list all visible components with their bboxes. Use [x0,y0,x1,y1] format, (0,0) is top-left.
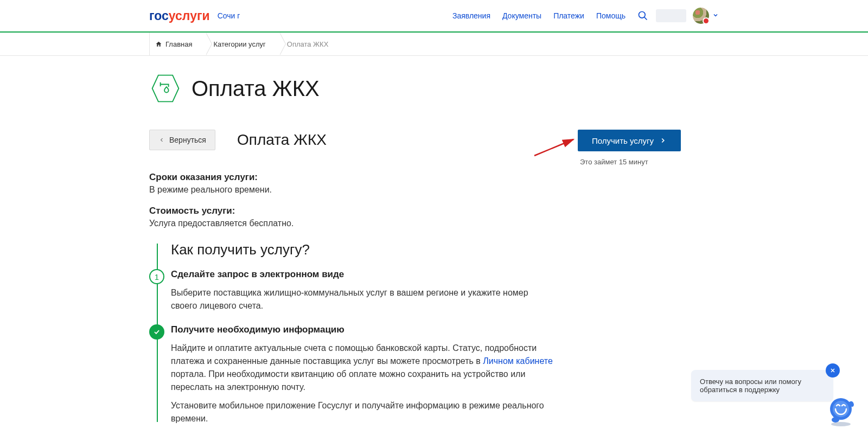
service-cost-value: Услуга предоставляется бесплатно. [149,219,556,228]
chat-close-button[interactable] [826,363,840,378]
service-duration-label: Сроки оказания услуги: [149,172,556,183]
chat-tooltip-text: Отвечу на вопросы или помогу обратиться … [700,378,801,394]
svg-point-10 [832,417,839,423]
steps-heading: Как получить услугу? [171,241,556,258]
service-cost-label: Стоимость услуги: [149,206,556,216]
breadcrumb-bar: Главная Категории услуг Оплата ЖКХ [0,33,868,56]
step-2-body: Найдите и оплатите актуальные счета с по… [171,342,556,394]
personal-account-link[interactable]: Личном кабинете [483,356,553,366]
nav-help[interactable]: Помощь [596,11,626,20]
breadcrumb-home-label: Главная [165,40,192,48]
back-button-label: Вернуться [169,136,206,144]
step-2-body-2: Установите мобильное приложение Госуслуг… [171,399,556,425]
nav-payments[interactable]: Платежи [553,11,584,20]
header: госуслуги Сочи г Заявления Документы Пла… [149,0,719,31]
service-cost: Стоимость услуги: Услуга предоставляется… [149,206,556,228]
breadcrumb-current-label: Оплата ЖКХ [287,40,329,48]
notification-dot [703,17,710,24]
breadcrumb-categories-label: Категории услуг [213,40,265,48]
svg-point-7 [831,422,851,426]
breadcrumb-categories[interactable]: Категории услуг [206,33,279,55]
step-1: 1 Сделайте запрос в электронном виде Выб… [171,269,556,312]
action-panel: Получить услугу Это займет 15 минут [578,130,719,166]
breadcrumb-current: Оплата ЖКХ [279,33,342,55]
back-button[interactable]: Вернуться [149,130,215,150]
page-title: Оплата ЖКХ [192,76,320,101]
chat-bot-icon[interactable] [824,393,858,427]
search-icon[interactable] [637,10,648,21]
step-1-title: Сделайте запрос в электронном виде [171,269,556,280]
step-1-body: Выберите поставщика жилищно-коммунальных… [171,286,556,312]
home-icon [155,41,162,48]
chat-widget: Отвечу на вопросы или помогу обратиться … [824,393,858,427]
service-duration-value: В режиме реального времени. [149,185,556,195]
steps-timeline: Как получить услугу? 1 Сделайте запрос в… [149,241,556,425]
page-content: Оплата ЖКХ Вернуться Оплата ЖКХ Сроки ок… [149,56,719,435]
chat-tooltip: Отвечу на вопросы или помогу обратиться … [691,370,833,401]
step-2: Получите необходимую информацию Найдите … [171,324,556,425]
svg-line-1 [644,17,647,20]
city-selector[interactable]: Сочи г [218,11,240,20]
section-title: Оплата ЖКХ [237,131,327,149]
svg-point-0 [639,12,646,18]
step-2-title: Получите необходимую информацию [171,324,556,335]
user-menu-chevron[interactable] [712,11,719,21]
site-logo[interactable]: госуслуги [149,9,210,23]
utility-icon [149,72,182,105]
get-service-label: Получить услугу [592,136,654,145]
user-avatar[interactable] [693,8,709,24]
duration-note: Это займет 15 минут [580,158,719,166]
nav-documents[interactable]: Документы [502,11,541,20]
scroll-indicator [865,0,867,49]
breadcrumb-home[interactable]: Главная [149,33,206,55]
nav-applications[interactable]: Заявления [452,11,490,20]
get-service-button[interactable]: Получить услугу [578,130,681,151]
step-2-marker [149,324,164,340]
step-1-marker: 1 [149,269,164,284]
notification-box[interactable] [656,9,686,22]
service-duration: Сроки оказания услуги: В режиме реальног… [149,172,556,195]
